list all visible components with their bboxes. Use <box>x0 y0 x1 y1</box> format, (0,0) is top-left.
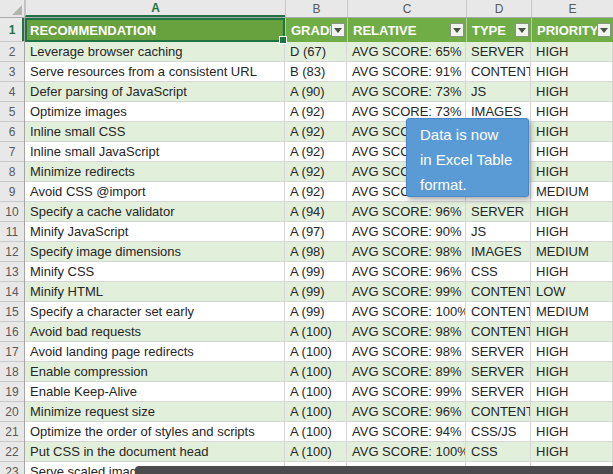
cell-priority-row17[interactable]: HIGH <box>531 342 613 362</box>
cell-grade-row12[interactable]: A (98) <box>285 242 347 262</box>
cell-relative-row4[interactable]: AVG SCORE: 73% <box>347 82 466 102</box>
cell-type-row11[interactable]: JS <box>466 222 531 242</box>
cell-recommendation-row19[interactable]: Enable Keep-Alive <box>25 382 285 402</box>
column-header-grade[interactable]: GRADE <box>285 18 347 42</box>
cell-priority-row19[interactable]: HIGH <box>531 382 613 402</box>
cell-relative-row10[interactable]: AVG SCORE: 96% <box>347 202 466 222</box>
cell-recommendation-row21[interactable]: Optimize the order of styles and scripts <box>25 422 285 442</box>
cell-type-row20[interactable]: CONTENT <box>466 402 531 422</box>
cell-recommendation-row5[interactable]: Optimize images <box>25 102 285 122</box>
row-number-9[interactable]: 9 <box>0 182 24 202</box>
cell-relative-row17[interactable]: AVG SCORE: 98% <box>347 342 466 362</box>
cell-grade-row5[interactable]: A (92) <box>285 102 347 122</box>
row-number-15[interactable]: 15 <box>0 302 24 322</box>
cell-priority-row14[interactable]: LOW <box>531 282 613 302</box>
cell-type-row22[interactable]: CSS <box>466 442 531 462</box>
filter-dropdown-button[interactable] <box>515 23 529 37</box>
cell-grade-row8[interactable]: A (92) <box>285 162 347 182</box>
cell-type-row3[interactable]: CONTENT <box>466 62 531 82</box>
cell-recommendation-row12[interactable]: Specify image dimensions <box>25 242 285 262</box>
cell-priority-row11[interactable]: HIGH <box>531 222 613 242</box>
cell-relative-row16[interactable]: AVG SCORE: 98% <box>347 322 466 342</box>
cell-grade-row18[interactable]: A (100) <box>285 362 347 382</box>
cell-priority-row18[interactable]: HIGH <box>531 362 613 382</box>
cell-grade-row20[interactable]: A (100) <box>285 402 347 422</box>
cell-grade-row15[interactable]: A (99) <box>285 302 347 322</box>
filter-dropdown-button[interactable] <box>331 23 345 37</box>
cell-relative-row15[interactable]: AVG SCORE: 100% <box>347 302 466 322</box>
cell-grade-row22[interactable]: A (100) <box>285 442 347 462</box>
cell-relative-row19[interactable]: AVG SCORE: 99% <box>347 382 466 402</box>
cell-recommendation-row4[interactable]: Defer parsing of JavaScript <box>25 82 285 102</box>
cell-priority-row5[interactable]: HIGH <box>531 102 613 122</box>
row-number-2[interactable]: 2 <box>0 42 24 62</box>
cell-relative-row2[interactable]: AVG SCORE: 65% <box>347 42 466 62</box>
cell-grade-row17[interactable]: A (100) <box>285 342 347 362</box>
row-number-11[interactable]: 11 <box>0 222 24 242</box>
cell-grade-row10[interactable]: A (94) <box>285 202 347 222</box>
cell-type-row12[interactable]: IMAGES <box>466 242 531 262</box>
row-number-10[interactable]: 10 <box>0 202 24 222</box>
cell-recommendation-row11[interactable]: Minify JavaScript <box>25 222 285 242</box>
cell-type-row19[interactable]: SERVER <box>466 382 531 402</box>
cell-type-row14[interactable]: CONTENT <box>466 282 531 302</box>
cell-type-row16[interactable]: CONTENT <box>466 322 531 342</box>
cell-recommendation-row3[interactable]: Serve resources from a consistent URL <box>25 62 285 82</box>
cell-recommendation-row13[interactable]: Minify CSS <box>25 262 285 282</box>
cell-priority-row16[interactable]: HIGH <box>531 322 613 342</box>
column-header-priority[interactable]: PRIORITY <box>531 18 613 42</box>
cell-relative-row11[interactable]: AVG SCORE: 90% <box>347 222 466 242</box>
row-number-13[interactable]: 13 <box>0 262 24 282</box>
row-number-3[interactable]: 3 <box>0 62 24 82</box>
cell-recommendation-row20[interactable]: Minimize request size <box>25 402 285 422</box>
cell-priority-row6[interactable]: HIGH <box>531 122 613 142</box>
cell-recommendation-row18[interactable]: Enable compression <box>25 362 285 382</box>
cell-relative-row20[interactable]: AVG SCORE: 96% <box>347 402 466 422</box>
row-number-8[interactable]: 8 <box>0 162 24 182</box>
cell-grade-row9[interactable]: A (92) <box>285 182 347 202</box>
row-number-7[interactable]: 7 <box>0 142 24 162</box>
cell-priority-row15[interactable]: MEDIUM <box>531 302 613 322</box>
cell-type-row17[interactable]: SERVER <box>466 342 531 362</box>
cell-priority-row12[interactable]: MEDIUM <box>531 242 613 262</box>
cell-priority-row10[interactable]: HIGH <box>531 202 613 222</box>
column-header-recommendation[interactable]: RECOMMENDATION <box>25 18 285 42</box>
row-number-18[interactable]: 18 <box>0 362 24 382</box>
cell-recommendation-row22[interactable]: Put CSS in the document head <box>25 442 285 462</box>
row-number-12[interactable]: 12 <box>0 242 24 262</box>
cell-grade-row11[interactable]: A (97) <box>285 222 347 242</box>
cell-grade-row13[interactable]: A (99) <box>285 262 347 282</box>
cell-priority-row8[interactable]: HIGH <box>531 162 613 182</box>
cell-type-row18[interactable]: SERVER <box>466 362 531 382</box>
cell-grade-row2[interactable]: D (67) <box>285 42 347 62</box>
row-number-19[interactable]: 19 <box>0 382 24 402</box>
cell-priority-row3[interactable]: HIGH <box>531 62 613 82</box>
cell-type-row4[interactable]: JS <box>466 82 531 102</box>
cell-grade-row4[interactable]: A (90) <box>285 82 347 102</box>
row-number-4[interactable]: 4 <box>0 82 24 102</box>
cell-type-row2[interactable]: SERVER <box>466 42 531 62</box>
cell-recommendation-row10[interactable]: Specify a cache validator <box>25 202 285 222</box>
cell-recommendation-row14[interactable]: Minify HTML <box>25 282 285 302</box>
cell-recommendation-row6[interactable]: Inline small CSS <box>25 122 285 142</box>
cell-relative-row12[interactable]: AVG SCORE: 98% <box>347 242 466 262</box>
row-number-16[interactable]: 16 <box>0 322 24 342</box>
cell-recommendation-row16[interactable]: Avoid bad requests <box>25 322 285 342</box>
cell-priority-row22[interactable]: HIGH <box>531 442 613 462</box>
cell-priority-row9[interactable]: MEDIUM <box>531 182 613 202</box>
select-all-button[interactable] <box>0 0 25 18</box>
cell-grade-row6[interactable]: A (92) <box>285 122 347 142</box>
column-letter-a[interactable]: A <box>25 0 285 17</box>
cell-recommendation-row15[interactable]: Specify a character set early <box>25 302 285 322</box>
cell-relative-row3[interactable]: AVG SCORE: 91% <box>347 62 466 82</box>
column-letter-b[interactable]: B <box>285 0 347 17</box>
cell-priority-row13[interactable]: HIGH <box>531 262 613 282</box>
cell-recommendation-row17[interactable]: Avoid landing page redirects <box>25 342 285 362</box>
column-header-type[interactable]: TYPE <box>466 18 531 42</box>
row-number-23[interactable]: 23 <box>0 462 24 474</box>
cell-relative-row18[interactable]: AVG SCORE: 89% <box>347 362 466 382</box>
cell-type-row13[interactable]: CSS <box>466 262 531 282</box>
cell-priority-row21[interactable]: HIGH <box>531 422 613 442</box>
cell-priority-row4[interactable]: HIGH <box>531 82 613 102</box>
row-number-14[interactable]: 14 <box>0 282 24 302</box>
